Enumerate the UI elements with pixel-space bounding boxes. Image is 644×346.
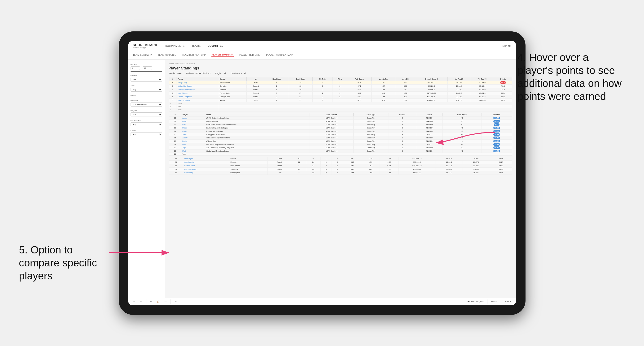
watch-label: Watch: [491, 300, 497, 303]
sub-nav-team-summary[interactable]: TEAM SUMMARY: [133, 54, 152, 57]
sub-nav-team-h2h-heatmap[interactable]: TEAM H2H HEATMAP: [182, 54, 206, 57]
col-yr: Yr: [247, 77, 265, 81]
col-player: Player: [176, 77, 218, 81]
filter-row: Gender: Men Division: NCAA Division I Re…: [169, 72, 512, 75]
filter-region: Region: All: [215, 72, 226, 75]
view-icon: 👁: [468, 300, 470, 303]
sidebar-year: Year (All): [130, 85, 162, 92]
sidebar-year-label: Year: [130, 85, 162, 87]
tooltip-section: # Player Event Event Division Event Type…: [169, 113, 512, 156]
col-adj-score: Adj. Score: [347, 77, 372, 81]
sidebar-division-select[interactable]: NCAA Division I ▾: [130, 103, 162, 107]
sidebar-player-label: Player: [130, 129, 162, 131]
update-time: Update time: 27/01/2024 16:56:26: [169, 63, 512, 65]
col-school: School: [218, 77, 247, 81]
outer-container: SCOREBOARD Powered by clippi TOURNAMENTS…: [0, 0, 644, 346]
col-points: Points: [494, 77, 512, 81]
sidebar-division-label: Division: [130, 99, 162, 102]
col-wins: Wins: [332, 77, 347, 81]
logo-text: SCOREBOARD: [133, 43, 158, 47]
sub-nav-player-h2h-heatmap[interactable]: PLAYER H2H HEATMAP: [266, 54, 292, 57]
col-num: #: [169, 77, 176, 81]
col-avg-to-par: Avg to Par: [372, 77, 396, 81]
sidebar-no-rds-label: No Rds.: [130, 63, 162, 65]
tablet-device: SCOREBOARD Powered by clippi TOURNAMENTS…: [119, 31, 526, 315]
nav-bar: SCOREBOARD Powered by clippi TOURNAMENTS…: [128, 41, 516, 51]
sidebar-region-select[interactable]: N/A: [130, 112, 162, 116]
nav-link-tournaments[interactable]: TOURNAMENTS: [164, 44, 184, 48]
col-avg-sg: Avg SG: [396, 77, 415, 81]
tooltip-col-player: Player: [181, 113, 205, 116]
sidebar-division: Division NCAA Division I ▾: [130, 99, 162, 107]
col-vs-top50: Vs Top 50: [471, 77, 494, 81]
tooltip-col-event-div: Event Division: [310, 113, 353, 116]
sidebar-conference: Conference (All): [130, 119, 162, 126]
tooltip-col-num: #: [169, 113, 181, 116]
sidebar-year-select[interactable]: (All): [130, 88, 162, 92]
sidebar-region-label: Region: [130, 109, 162, 112]
filter-region-value: All: [224, 72, 226, 75]
sub-nav-player-h2h-grid[interactable]: PLAYER H2H GRID: [239, 54, 260, 57]
view-original-label: View: Original: [470, 300, 484, 303]
separator-2: [170, 300, 171, 304]
col-no-rds: No Rds.: [313, 77, 332, 81]
nav-link-teams[interactable]: TEAMS: [192, 44, 200, 48]
copy-button[interactable]: ⧉: [149, 300, 153, 304]
redo-button[interactable]: ↪: [139, 300, 144, 304]
sign-out[interactable]: Sign out: [502, 45, 511, 47]
col-conf-rank: Conf Rank: [288, 77, 313, 81]
sub-nav-player-summary[interactable]: PLAYER SUMMARY: [212, 53, 234, 57]
filter-gender: Gender: Men: [169, 72, 182, 75]
sidebar-region: Region N/A: [130, 109, 162, 116]
sidebar-gender: Gender Men Women: [130, 75, 162, 82]
watch-button[interactable]: Watch: [490, 300, 498, 304]
sub-nav-team-h2h-grid[interactable]: TEAM H2H GRID: [158, 54, 176, 57]
tooltip-col-event-type: Event Type: [353, 113, 388, 116]
paste-button[interactable]: 📋: [156, 300, 161, 304]
logo-sub: Powered by clippi: [133, 47, 158, 48]
view-original-button[interactable]: 👁 View: Original: [466, 300, 485, 304]
sidebar: No Rds. - Gender: [128, 60, 165, 298]
tooltip-col-status: Status: [416, 113, 443, 116]
annotation-top-right: 4. Hover over a player's points to see a…: [518, 51, 624, 103]
sidebar-slider[interactable]: [130, 71, 162, 72]
filter-division: Division: NCAA Division I: [186, 72, 211, 75]
tooltip-col-rank-impact: Rank Impact: [443, 113, 482, 116]
sidebar-no-rds: No Rds. -: [130, 63, 162, 72]
sidebar-player-select[interactable]: (All): [130, 132, 162, 136]
tooltip-col-event: Event: [205, 113, 310, 116]
share-button[interactable]: Share: [504, 300, 512, 304]
separator-4: [501, 300, 501, 304]
clock-button[interactable]: ⏱: [173, 300, 178, 304]
sidebar-conference-select[interactable]: (All): [130, 122, 162, 126]
filter-division-value: NCAA Division I: [196, 72, 211, 75]
logo-area: SCOREBOARD Powered by clippi: [133, 43, 158, 48]
filter-gender-value: Men: [178, 72, 182, 75]
tooltip-col-rounds: Rounds: [388, 113, 416, 116]
col-overall-record: Overall Record: [415, 77, 448, 81]
filter-conference-value: All: [244, 72, 246, 75]
filter-conference: Conference: All: [231, 72, 246, 75]
bottom-toolbar: ↩ ↪ ⧉ 📋 — ⏱ 👁 View: Original Watch: [128, 298, 516, 305]
sidebar-niche: Niche: [130, 94, 162, 97]
sub-nav: TEAM SUMMARY TEAM H2H GRID TEAM H2H HEAT…: [128, 51, 516, 60]
sidebar-conference-label: Conference: [130, 119, 162, 121]
nav-link-committee[interactable]: COMMITTEE: [208, 44, 223, 48]
tablet-screen: SCOREBOARD Powered by clippi TOURNAMENTS…: [128, 41, 516, 305]
sidebar-gender-label: Gender: [130, 75, 162, 77]
undo-button[interactable]: ↩: [132, 300, 137, 304]
tooltip-table: # Player Event Event Division Event Type…: [169, 113, 512, 156]
share-label: Share: [505, 300, 510, 303]
separator-3: [487, 300, 488, 304]
tooltip-col-points: W Points: [482, 113, 512, 116]
dash-button[interactable]: —: [163, 300, 168, 304]
sidebar-no-rds-max[interactable]: [142, 66, 152, 70]
annotation-bottom-left: 5. Option to compare specific players: [19, 243, 109, 282]
lower-standings-table: 22 Ian Gilligan Florida Third 10 24 1 0 …: [169, 157, 512, 175]
sidebar-no-rds-min[interactable]: [130, 66, 140, 70]
sidebar-gender-select[interactable]: Men Women: [130, 78, 162, 82]
separator-1: [146, 300, 146, 304]
table-title: Player Standings: [169, 66, 512, 70]
nav-links: TOURNAMENTS TEAMS COMMITTEE: [164, 44, 502, 48]
sidebar-player: Player (All): [130, 129, 162, 136]
